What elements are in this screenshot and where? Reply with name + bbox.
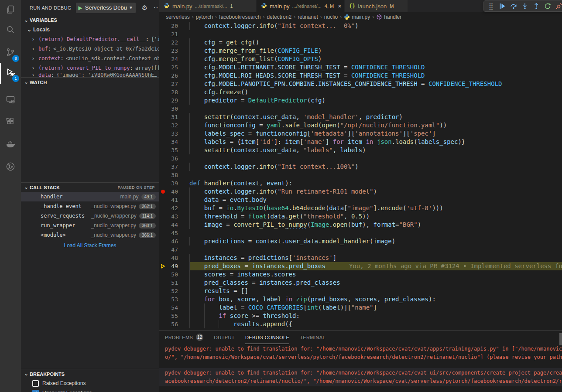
code-text[interactable]: results = [] bbox=[189, 287, 562, 295]
line-number[interactable]: 43 bbox=[166, 212, 178, 221]
line-number[interactable]: 21 bbox=[166, 30, 178, 38]
line-number[interactable]: 41 bbox=[166, 196, 178, 204]
line-number[interactable]: 35 bbox=[166, 146, 178, 154]
line-number[interactable]: 45 bbox=[166, 229, 178, 237]
panel-tab-debug-console[interactable]: DEBUG CONSOLE bbox=[245, 331, 289, 344]
code-text[interactable]: pred_classes = instances.pred_classes bbox=[189, 279, 562, 287]
gutter-glyph-area[interactable] bbox=[159, 320, 166, 328]
line-number[interactable]: 55 bbox=[166, 312, 178, 320]
line-number[interactable]: 29 bbox=[166, 96, 178, 105]
code-text[interactable]: scores = instances.scores bbox=[189, 270, 562, 279]
variables-section-header[interactable]: ⌄ VARIABLES bbox=[21, 15, 159, 25]
gutter-glyph-area[interactable] bbox=[159, 72, 166, 80]
breakpoint-row[interactable]: ✓Uncaught Exceptions bbox=[21, 388, 159, 392]
breadcrumb-item[interactable]: serverless bbox=[166, 14, 190, 20]
gutter-glyph-area[interactable] bbox=[159, 96, 166, 105]
breakpoint-dot[interactable] bbox=[159, 187, 166, 196]
gutter-glyph-area[interactable] bbox=[159, 312, 166, 320]
gutter-glyph-area[interactable] bbox=[159, 121, 166, 130]
breadcrumb-item[interactable]: main.py bbox=[344, 14, 370, 20]
panel-tab-output[interactable]: OUTPUT bbox=[214, 331, 235, 344]
activity-search[interactable] bbox=[0, 20, 21, 41]
load-all-stack-frames-link[interactable]: Load All Stack Frames bbox=[21, 241, 159, 250]
gutter-glyph-area[interactable] bbox=[159, 254, 166, 262]
code-editor[interactable]: 20context.logger.info("Init context... 0… bbox=[159, 22, 562, 330]
gutter-glyph-area[interactable] bbox=[159, 113, 166, 121]
stack-frame-row[interactable]: run_wrapper_nuclio_wrapper.py360:1 bbox=[21, 221, 159, 230]
line-number[interactable]: 20 bbox=[166, 22, 178, 30]
watch-section-header[interactable]: ⌄ WATCH bbox=[21, 77, 159, 87]
line-number[interactable]: 23 bbox=[166, 47, 178, 55]
code-text[interactable]: predictions = context.user_data.model_ha… bbox=[189, 237, 562, 245]
breadcrumb-item[interactable]: pytorch bbox=[196, 14, 213, 20]
close-icon[interactable]: × bbox=[338, 3, 341, 10]
code-text[interactable] bbox=[189, 105, 562, 113]
more-actions-icon[interactable]: ··· bbox=[154, 4, 159, 11]
activity-source-control[interactable]: 8 bbox=[0, 43, 21, 64]
line-number[interactable]: 31 bbox=[166, 113, 178, 121]
step-out-button[interactable] bbox=[531, 1, 541, 11]
breadcrumb-item[interactable]: facebookresearch bbox=[219, 14, 260, 20]
continue-button[interactable] bbox=[497, 1, 507, 11]
step-over-button[interactable] bbox=[508, 1, 519, 11]
gutter-glyph-area[interactable] bbox=[159, 38, 166, 47]
debug-console-output[interactable]: pydev debugger: unable to find translati… bbox=[159, 344, 562, 386]
code-text[interactable] bbox=[189, 30, 562, 38]
code-text[interactable]: setattr(context.user_data, "labels", lab… bbox=[189, 146, 562, 154]
line-number[interactable]: 48 bbox=[166, 254, 178, 262]
line-number[interactable]: 37 bbox=[166, 163, 178, 171]
line-number[interactable]: 47 bbox=[166, 245, 178, 254]
activity-run-debug[interactable]: 1 bbox=[0, 63, 21, 84]
breakpoint-row[interactable]: Raised Exceptions bbox=[21, 378, 159, 388]
gutter-glyph-area[interactable] bbox=[159, 295, 166, 303]
toolbar-drag-handle[interactable]: ⣿ bbox=[486, 1, 496, 11]
code-text[interactable]: cfg.MODEL.ROI_HEADS.SCORE_THRESH_TEST = … bbox=[189, 72, 562, 80]
gutter-glyph-area[interactable] bbox=[159, 237, 166, 245]
code-text[interactable] bbox=[189, 229, 562, 237]
gutter-glyph-area[interactable] bbox=[159, 279, 166, 287]
variable-row[interactable]: ›(return) convert_PIL_to_numpy:array([[[… bbox=[21, 63, 159, 73]
gutter-glyph-area[interactable] bbox=[159, 63, 166, 72]
code-text[interactable] bbox=[189, 154, 562, 163]
gutter-glyph-area[interactable] bbox=[159, 130, 166, 138]
code-text[interactable]: instances = predictions['instances'] bbox=[189, 254, 562, 262]
gutter-glyph-area[interactable] bbox=[159, 146, 166, 154]
code-text[interactable]: cfg.merge_from_file(CONFIG_FILE) bbox=[189, 47, 562, 55]
line-number[interactable]: 52 bbox=[166, 287, 178, 295]
stack-frame-row[interactable]: <module>_nuclio_wrapper.py366:1 bbox=[21, 230, 159, 240]
checkbox-unchecked[interactable] bbox=[32, 380, 39, 387]
code-text[interactable] bbox=[189, 171, 562, 179]
code-text[interactable]: cfg.merge_from_list(CONFIG_OPTS) bbox=[189, 55, 562, 63]
line-number[interactable]: 25 bbox=[166, 63, 178, 72]
line-number[interactable]: 38 bbox=[166, 171, 178, 179]
restart-button[interactable] bbox=[542, 1, 553, 11]
editor-tab-main.py[interactable]: main.py.../retinanet/...4, M× bbox=[257, 0, 345, 12]
line-number[interactable]: 34 bbox=[166, 138, 178, 146]
variable-row[interactable]: ›data:{'image': 'iVBORw0KGgoAAAANSUhE… bbox=[21, 73, 159, 77]
code-text[interactable]: labels = {item['id']: item['name'] for i… bbox=[189, 138, 562, 146]
stack-frame-row[interactable]: _handle_event_nuclio_wrapper.py262:1 bbox=[21, 201, 159, 211]
code-text[interactable]: cfg = get_cfg() bbox=[189, 38, 562, 47]
breakpoints-section-header[interactable]: ⌄ BREAKPOINTS bbox=[21, 369, 159, 378]
code-text[interactable]: label = COCO_CATEGORIES[int(label)]["nam… bbox=[189, 303, 562, 312]
launch-config-dropdown[interactable]: ▶ Serverless Debu ▼ bbox=[76, 3, 136, 13]
line-number[interactable]: 27 bbox=[166, 80, 178, 88]
code-text[interactable]: image = convert_PIL_to_numpy(Image.open(… bbox=[189, 221, 562, 229]
code-text[interactable]: context.logger.info("Init context... 0%"… bbox=[189, 22, 562, 30]
console-message-block[interactable]: pydev debugger: unable to find translati… bbox=[159, 368, 562, 386]
code-text[interactable]: predictor = DefaultPredictor(cfg) bbox=[189, 96, 562, 105]
gutter-glyph-area[interactable] bbox=[159, 179, 166, 187]
gear-icon[interactable]: ⚙ bbox=[142, 4, 147, 12]
panel-scrollbar[interactable] bbox=[559, 333, 562, 345]
code-text[interactable]: data = event.body bbox=[189, 196, 562, 204]
line-number[interactable]: 51 bbox=[166, 279, 178, 287]
line-number[interactable]: 28 bbox=[166, 88, 178, 96]
disconnect-button[interactable] bbox=[554, 1, 562, 11]
gutter-glyph-area[interactable] bbox=[159, 229, 166, 237]
line-number[interactable]: 46 bbox=[166, 237, 178, 245]
gutter-glyph-area[interactable] bbox=[159, 30, 166, 38]
stack-frame-row[interactable]: serve_requests_nuclio_wrapper.py114:1 bbox=[21, 211, 159, 221]
step-into-button[interactable] bbox=[520, 1, 530, 11]
code-text[interactable]: threshold = float(data.get("threshold", … bbox=[189, 212, 562, 221]
activity-git-graph[interactable] bbox=[0, 157, 21, 178]
